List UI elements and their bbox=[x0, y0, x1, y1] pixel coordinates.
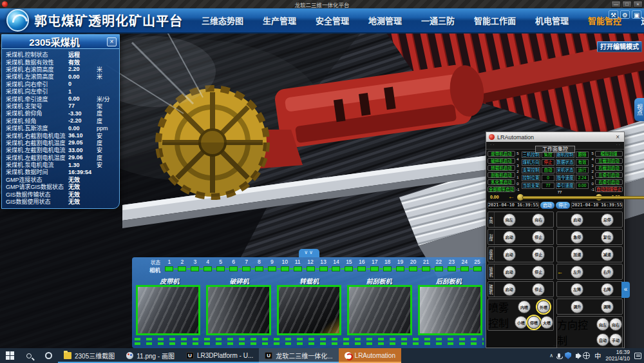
round-button[interactable]: 停止 bbox=[532, 283, 545, 296]
taskbar-item[interactable]: LRAutomation bbox=[339, 348, 401, 363]
stack-button[interactable]: 乳化泵启动 bbox=[488, 179, 515, 185]
collapse-chevron-icon[interactable]: ∨∨ bbox=[299, 249, 319, 257]
control-group: ← 左升 右升 bbox=[556, 264, 623, 280]
status-grid-row: 当前支架 77 牵引速度 0.00 bbox=[522, 182, 589, 189]
round-button[interactable]: 左降 bbox=[571, 283, 583, 296]
round-button[interactable]: 右降 bbox=[601, 283, 614, 296]
menu-item[interactable]: 一通三防 bbox=[412, 14, 464, 26]
camera-feed[interactable] bbox=[347, 285, 412, 335]
stack-button[interactable]: 左截割启动 bbox=[595, 158, 623, 164]
round-button[interactable]: 左升 bbox=[571, 266, 583, 279]
menu-item[interactable]: 三维态势图 bbox=[192, 14, 253, 26]
round-button[interactable]: 向右 bbox=[532, 213, 545, 226]
camera-feed[interactable] bbox=[418, 285, 482, 335]
round-button[interactable]: 启动 bbox=[503, 283, 516, 296]
stack-button[interactable]: 右截割启动 bbox=[595, 165, 623, 171]
telemetry-value: 有效 bbox=[68, 58, 97, 66]
telemetry-value: 2.20 bbox=[68, 66, 97, 72]
network-icon[interactable] bbox=[583, 352, 590, 359]
menu-item[interactable]: 生产管理 bbox=[253, 14, 306, 26]
telemetry-row: GIS数据使用状态 无效 bbox=[6, 198, 116, 205]
menu-item[interactable]: 安全管理 bbox=[306, 14, 359, 26]
taskbar-search-button[interactable] bbox=[19, 348, 39, 363]
tray-expand-icon[interactable]: ∧ bbox=[549, 353, 553, 358]
round-button[interactable]: 停止 bbox=[532, 248, 545, 261]
maximize-button[interactable]: □ bbox=[622, 1, 632, 8]
stack-button[interactable]: 模拟割煤 bbox=[595, 151, 623, 157]
minimize-button[interactable]: — bbox=[611, 1, 621, 8]
telemetry-value: 0.00 bbox=[68, 74, 97, 80]
round-button[interactable]: 外喷 bbox=[537, 300, 550, 313]
control-group: 调升 调降 bbox=[556, 299, 623, 315]
taskbar-item[interactable]: 11.png - 画图 bbox=[120, 348, 180, 363]
viewpoint-tab[interactable]: 视点 bbox=[634, 98, 644, 121]
stack-button[interactable]: 皮带机启动 bbox=[488, 151, 515, 157]
position-slider[interactable]: 77 bbox=[517, 193, 602, 201]
shearer-panel-close-icon[interactable]: × bbox=[107, 37, 117, 46]
traction-gauge: 0.00 ← 77 0.00 bbox=[486, 192, 624, 201]
round-button[interactable]: 总停 bbox=[601, 213, 614, 226]
round-button[interactable]: 停止 bbox=[532, 266, 545, 279]
gadget-icon[interactable]: ▣ bbox=[632, 10, 641, 19]
round-button[interactable]: 启动 bbox=[503, 231, 516, 244]
round-button[interactable]: 停喷 bbox=[527, 316, 540, 329]
round-button[interactable]: 减速 bbox=[601, 248, 614, 261]
stack-button[interactable]: 自动割煤停止 bbox=[595, 186, 623, 192]
round-button[interactable]: 停止 bbox=[532, 231, 545, 244]
round-button[interactable]: 调降 bbox=[601, 300, 614, 313]
clock[interactable]: 16:39 2021/4/10 bbox=[605, 349, 630, 362]
camera-feed[interactable] bbox=[277, 285, 341, 335]
menu-item[interactable]: 机电管理 bbox=[526, 14, 578, 26]
panel-collapse-icon[interactable]: « bbox=[621, 282, 630, 298]
round-button[interactable]: 调升 bbox=[571, 300, 583, 313]
lr-tab-workface[interactable]: 工作面集控 bbox=[535, 146, 575, 153]
taskbar-item[interactable]: LR3DPlatform - U... bbox=[180, 348, 259, 363]
stack-button[interactable]: 转载机启动 bbox=[488, 165, 515, 171]
round-button[interactable]: 启动 bbox=[503, 248, 516, 261]
menu-item[interactable]: 地测管理 bbox=[359, 14, 412, 26]
stack-button[interactable]: 刮板机启动 bbox=[488, 172, 515, 178]
camera-feed[interactable] bbox=[206, 285, 270, 335]
gadget-icon[interactable]: ⚙ bbox=[620, 10, 630, 19]
telemetry-value: 1 bbox=[68, 88, 97, 95]
telemetry-value: 0 bbox=[68, 81, 97, 87]
menu-item[interactable]: 智能工作面 bbox=[464, 14, 526, 26]
stack-button[interactable]: 破碎机启动 bbox=[488, 158, 515, 164]
stack-button[interactable]: 右牵引启动 bbox=[595, 179, 623, 185]
channel-status-led bbox=[216, 266, 225, 271]
action-center-icon[interactable] bbox=[634, 353, 641, 359]
round-button[interactable]: 加速 bbox=[571, 248, 583, 261]
stack-button[interactable]: 左牵引启动 bbox=[595, 172, 623, 178]
open-edit-mode-button[interactable]: 打开编辑模式 bbox=[597, 41, 642, 52]
round-button[interactable]: 向左 bbox=[596, 318, 609, 331]
gadget-icon[interactable]: ⚒ bbox=[609, 10, 618, 19]
ime-indicator[interactable]: 中 bbox=[594, 351, 601, 360]
round-button[interactable]: 复位 bbox=[601, 231, 614, 244]
security-shield-icon[interactable] bbox=[565, 352, 571, 359]
round-button[interactable]: 启动 bbox=[571, 213, 583, 226]
round-button[interactable]: 向右 bbox=[609, 318, 622, 331]
close-button[interactable]: × bbox=[633, 1, 643, 8]
channel: 15 bbox=[343, 259, 355, 275]
telemetry-value: 77 bbox=[68, 103, 97, 109]
microphone-icon[interactable] bbox=[558, 353, 560, 358]
pill-stop-button[interactable]: 停止 bbox=[556, 202, 570, 209]
start-button[interactable] bbox=[0, 348, 19, 363]
taskbar-item[interactable]: 龙软二三维一体化... bbox=[259, 348, 338, 363]
round-button[interactable]: 小喷 bbox=[515, 316, 527, 329]
taskbar-item[interactable]: 2305三维截图 bbox=[58, 348, 120, 363]
round-button[interactable]: 右升 bbox=[601, 266, 614, 279]
lr-close-icon[interactable]: × bbox=[614, 133, 621, 141]
cortana-button[interactable] bbox=[39, 348, 58, 363]
camera-feed[interactable] bbox=[136, 285, 200, 335]
round-button[interactable]: 急停 bbox=[571, 231, 583, 244]
round-button[interactable]: 内喷 bbox=[518, 300, 531, 313]
round-button[interactable]: 启动 bbox=[503, 266, 516, 279]
round-button[interactable]: 向左 bbox=[503, 213, 516, 226]
stack-button[interactable]: 全部顺序启动 bbox=[488, 186, 515, 192]
pill-start-button[interactable]: 启动 bbox=[540, 202, 554, 209]
speaker-icon[interactable] bbox=[576, 354, 578, 358]
round-button[interactable]: 大喷 bbox=[540, 316, 553, 329]
equipment-start-stack: 皮带机启动破碎机启动转载机启动刮板机启动乳化泵启动全部顺序启动 bbox=[488, 151, 515, 192]
main-navbar: 郭屯煤矿透明化矿山平台 三维态势图生产管理安全管理地测管理一通三防智能工作面机电… bbox=[0, 8, 644, 34]
